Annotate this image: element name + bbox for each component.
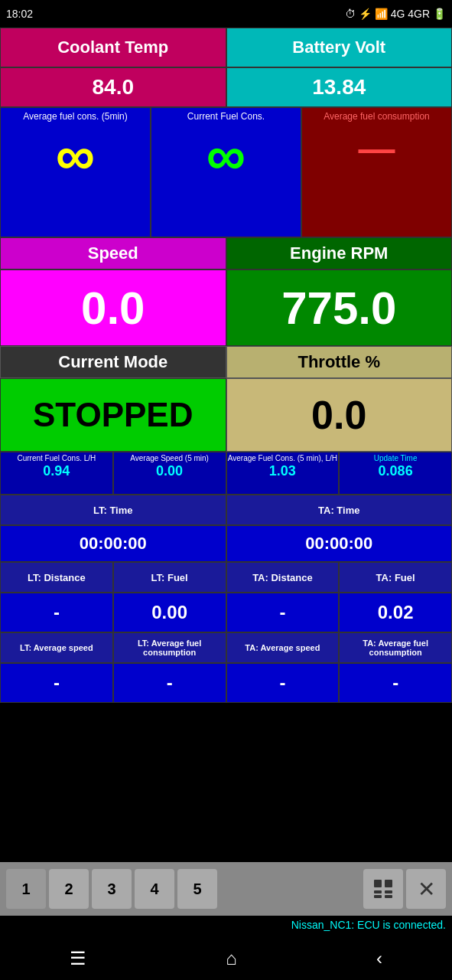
avg-fuel-cons-5min-cell: Average Fuel Cons. (5 min), L/H 1.03 xyxy=(226,452,340,495)
avg-fuel-right-cell: Average fuel consumption — xyxy=(301,107,452,237)
ta-time-label: TA: Time xyxy=(318,505,359,516)
lt-avg-speed-header: LT: Average speed xyxy=(0,632,113,663)
tab-4-button[interactable]: 4 xyxy=(135,869,174,909)
speed-label: Speed xyxy=(88,243,138,263)
ta-distance-header: TA: Distance xyxy=(226,562,340,593)
current-mode-label: Current Mode xyxy=(58,352,167,372)
lt-time-header: LT: Time xyxy=(0,495,226,525)
lt-distance-value-cell: - xyxy=(0,593,113,632)
avg-fuel-right-label: Average fuel consumption xyxy=(324,111,430,122)
ta-avg-speed-value-cell: - xyxy=(226,663,340,703)
current-mode-header: Current Mode xyxy=(0,346,226,378)
lt-fuel-header: LT: Fuel xyxy=(113,562,226,593)
lt-distance-label: LT: Distance xyxy=(28,572,86,583)
coolant-temp-label: Coolant Temp xyxy=(57,38,168,57)
ta-time-value-cell: 00:00:00 xyxy=(226,525,453,562)
throttle-value: 0.0 xyxy=(311,392,366,438)
lt-avg-fuel-value-cell: - xyxy=(113,663,226,703)
lt-avg-speed-value-cell: - xyxy=(0,663,113,703)
lt-distance-header: LT: Distance xyxy=(0,562,113,593)
time-values-row: 00:00:00 00:00:00 xyxy=(0,525,452,562)
status-time: 18:02 xyxy=(6,8,33,20)
ta-avg-speed-label: TA: Average speed xyxy=(245,643,320,652)
lt-time-label: LT: Time xyxy=(93,505,133,516)
ta-fuel-value-cell: 0.02 xyxy=(339,593,452,632)
menu-icon[interactable]: ☰ xyxy=(70,948,86,969)
mode-throttle-headers-row: Current Mode Throttle % xyxy=(0,346,452,378)
avg-fuel-right-symbol: — xyxy=(359,128,395,170)
avg-speed-labels-row: LT: Average speed LT: Average fuel consu… xyxy=(0,632,452,663)
battery-volt-header: Battery Volt xyxy=(226,28,453,67)
main-content: Coolant Temp Battery Volt 84.0 13.84 Ave… xyxy=(0,28,452,862)
status-message: Nissan_NC1: ECU is connected. xyxy=(0,916,452,937)
ta-avg-speed-value: - xyxy=(279,672,285,694)
avg-fuel-cons-cell: Average fuel cons. (5min) ∞ xyxy=(0,107,151,237)
avg-fuel-cons-5min-value: 1.03 xyxy=(269,463,296,479)
avg-fuel-cons-symbol: ∞ xyxy=(56,128,95,183)
speed-value-cell: 0.0 xyxy=(0,270,226,346)
rpm-header: Engine RPM xyxy=(226,237,453,270)
rpm-value-cell: 775.0 xyxy=(226,270,453,346)
throttle-label: Throttle % xyxy=(298,352,380,372)
coolant-temp-header: Coolant Temp xyxy=(0,28,226,67)
status-bar: 18:02 ⏱ ⚡ 📶 4G 4GR 🔋 xyxy=(0,0,452,28)
battery-volt-value: 13.84 xyxy=(312,75,366,100)
speed-rpm-headers-row: Speed Engine RPM xyxy=(0,237,452,270)
ta-distance-label: TA: Distance xyxy=(252,572,313,583)
speed-rpm-values-row: 0.0 775.0 xyxy=(0,270,452,346)
speed-header: Speed xyxy=(0,237,226,270)
android-nav-bar: ☰ ⌂ ‹ xyxy=(0,937,452,980)
status-message-text: Nissan_NC1: ECU is connected. xyxy=(291,919,446,931)
avg-fuel-cons-5min-label: Average Fuel Cons. (5 min), L/H xyxy=(228,454,337,463)
avg-speed-5min-value: 0.00 xyxy=(156,463,183,479)
lt-avg-fuel-value: - xyxy=(167,672,173,694)
avg-fuel-cons-label: Average fuel cons. (5min) xyxy=(23,111,128,122)
lt-fuel-value: 0.00 xyxy=(151,602,187,623)
close-button[interactable]: ✕ xyxy=(406,869,446,909)
lt-avg-fuel-label: LT: Average fuel consumption xyxy=(115,639,224,657)
update-time-cell: Update Time 0.086 xyxy=(339,452,452,495)
layout-icon xyxy=(372,878,394,900)
fuel-cons-row: Average fuel cons. (5min) ∞ Current Fuel… xyxy=(0,107,452,237)
current-fuel-cons-cell: Current Fuel Cons. ∞ xyxy=(151,107,301,237)
dist-fuel-values-row: - 0.00 - 0.02 xyxy=(0,593,452,632)
ta-distance-value-cell: - xyxy=(226,593,340,632)
lt-avg-fuel-header: LT: Average fuel consumption xyxy=(113,632,226,663)
avg-speed-5min-label: Average Speed (5 min) xyxy=(130,454,209,463)
ta-avg-speed-header: TA: Average speed xyxy=(226,632,340,663)
tab-5-button[interactable]: 5 xyxy=(177,869,217,909)
ta-distance-value: - xyxy=(279,602,285,623)
coolant-temp-value: 84.0 xyxy=(93,75,135,100)
current-fuel-cons-lh-value: 0.94 xyxy=(43,463,70,479)
current-fuel-cons-lh-cell: Current Fuel Cons. L/H 0.94 xyxy=(0,452,113,495)
layout-icon-button[interactable] xyxy=(363,869,403,909)
sensor-headers-row: Coolant Temp Battery Volt xyxy=(0,28,452,67)
svg-rect-3 xyxy=(374,895,382,898)
svg-rect-1 xyxy=(385,880,392,887)
ta-time-value: 00:00:00 xyxy=(305,534,372,554)
ta-fuel-label: TA: Fuel xyxy=(376,572,415,583)
lt-time-value: 00:00:00 xyxy=(80,534,147,554)
home-icon[interactable]: ⌂ xyxy=(226,948,237,969)
rpm-value: 775.0 xyxy=(281,282,396,335)
svg-rect-0 xyxy=(374,880,382,887)
fuel-stats-row: Current Fuel Cons. L/H 0.94 Average Spee… xyxy=(0,452,452,495)
svg-rect-5 xyxy=(385,895,392,898)
ta-avg-fuel-value-cell: - xyxy=(339,663,452,703)
svg-rect-2 xyxy=(374,890,382,893)
current-mode-value-cell: STOPPED xyxy=(0,378,226,452)
ta-avg-fuel-header: TA: Average fuel consumption xyxy=(339,632,452,663)
ta-fuel-header: TA: Fuel xyxy=(339,562,452,593)
throttle-value-cell: 0.0 xyxy=(226,378,453,452)
dist-fuel-headers-row: LT: Distance LT: Fuel TA: Distance TA: F… xyxy=(0,562,452,593)
tab-3-button[interactable]: 3 xyxy=(92,869,132,909)
ta-fuel-value: 0.02 xyxy=(378,602,414,623)
avg-speed-values-row: - - - - xyxy=(0,663,452,703)
tab-1-button[interactable]: 1 xyxy=(6,869,46,909)
lt-avg-speed-label: LT: Average speed xyxy=(20,643,93,652)
back-icon[interactable]: ‹ xyxy=(376,948,382,969)
tab-2-button[interactable]: 2 xyxy=(49,869,89,909)
rpm-label: Engine RPM xyxy=(290,243,388,263)
current-mode-value: STOPPED xyxy=(33,396,193,434)
current-fuel-cons-lh-label: Current Fuel Cons. L/H xyxy=(17,454,96,463)
